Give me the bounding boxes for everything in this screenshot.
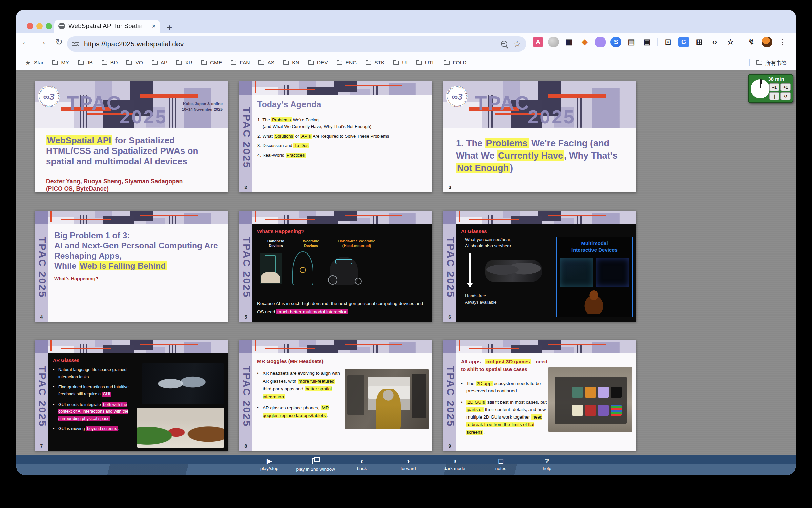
bookmark-folder-ap[interactable]: AP (152, 60, 168, 66)
timer-minus-button[interactable]: −1 (769, 83, 779, 91)
folder-icon (756, 61, 762, 65)
slide-title: Today's Agenda (257, 100, 321, 109)
sider-ext-icon[interactable]: S (610, 37, 621, 47)
bullet-item: •Fine-grained interactions and intuitive… (53, 384, 138, 398)
slide-overview-page: TPAC 2025 Kobe, Japan & online10–14 Nove… (16, 70, 796, 455)
tab-favicon-globe-icon (58, 23, 65, 29)
back-button[interactable]: ← (19, 37, 33, 47)
device-label-handheld: Handheld Devices (261, 239, 291, 248)
notes-button[interactable]: ▤ notes (480, 455, 521, 475)
slide-5[interactable]: TPAC 2025 5 What's Happening? Handheld D… (239, 211, 432, 322)
ghost-ext-icon[interactable] (595, 37, 606, 47)
bookmark-folder-as[interactable]: AS (258, 60, 274, 66)
bookmark-folder-bd[interactable]: BD (102, 60, 118, 66)
slide-6[interactable]: TPAC 2025 6 AI Glasses What you can see/… (443, 211, 636, 322)
slide-sidebar: TPAC 2025 7 (35, 353, 48, 451)
code-ext-icon[interactable]: ‹› (709, 37, 720, 47)
battery-saver-icon[interactable]: ↯ (746, 37, 757, 47)
page-number: 6 (443, 314, 456, 320)
bookmark-folder-stk[interactable]: STK (366, 60, 384, 66)
slide-9[interactable]: TPAC 2025 9 All apps - not just 3D games… (443, 340, 636, 451)
timer-reset-button[interactable]: ↺ (780, 92, 791, 100)
bookmark-folder-fold[interactable]: FOLD (444, 60, 466, 66)
timer-pause-button[interactable]: ∥ (769, 92, 779, 100)
close-window-button[interactable] (27, 23, 33, 29)
folder-icon (152, 61, 158, 65)
address-bar[interactable]: https://tpac2025.webspatial.dev ☆ (67, 36, 526, 52)
zoom-window-button[interactable] (46, 23, 52, 29)
agenda-item: 1. The Problems We're Facing (and What W… (257, 117, 389, 129)
spatial-music-app-photo (548, 367, 632, 432)
bookmark-folder-dev[interactable]: DEV (308, 60, 328, 66)
help-button[interactable]: ? help (527, 455, 567, 475)
folder-icon (102, 61, 107, 65)
translate-pink-ext-icon[interactable]: A (533, 37, 543, 47)
site-settings-icon[interactable] (72, 42, 79, 46)
dark-mode-button[interactable]: ◑ dark mode (434, 455, 475, 475)
w3c-logo: WORLD WIDE WEB CONSORTIUM · WORLD WIDE W… (38, 85, 60, 108)
bookmark-folder-utl[interactable]: UTL (416, 60, 435, 66)
header-illustration (239, 81, 432, 95)
star-sparkle-icon[interactable]: ☆ (725, 37, 736, 47)
page-number: 2 (239, 185, 252, 190)
table-ext-icon[interactable]: ⊞ (694, 37, 705, 47)
bookmark-folder-vo[interactable]: VO (126, 60, 143, 66)
url-text[interactable]: https://tpac2025.webspatial.dev (84, 40, 184, 48)
slide-4[interactable]: TPAC 2025 4 Big Problem 1 of 3: AI and N… (35, 211, 228, 322)
bookmark-folder-kn[interactable]: KN (283, 60, 299, 66)
slide-2[interactable]: TPAC 2025 2 Today's Agenda 1. The Proble… (239, 81, 432, 192)
slide-8[interactable]: TPAC 2025 8 MR Goggles (MR Headsets) •XR… (239, 340, 432, 451)
forward-slide-button[interactable]: › forward (388, 455, 429, 475)
bookmark-folder-gme[interactable]: GME (201, 60, 222, 66)
bullet-item: •AR glasses replace phones, MR goggles r… (257, 404, 342, 420)
timer-plus-button[interactable]: +1 (780, 83, 791, 91)
notebook-ext-icon[interactable]: ▤ (626, 37, 637, 47)
metamask-fox-icon[interactable]: ◆ (579, 37, 590, 47)
bookmark-folder-jb[interactable]: JB (78, 60, 93, 66)
slide-sidebar: TPAC 2025 8 (239, 353, 252, 451)
page-number: 8 (239, 443, 252, 449)
tab-close-icon[interactable]: × (152, 22, 156, 30)
capsule-ext-icon[interactable] (548, 37, 559, 47)
bookmark-star-icon[interactable]: ☆ (514, 40, 521, 48)
folder-icon (393, 61, 399, 65)
browser-menu-icon[interactable]: ⋮ (777, 37, 788, 47)
bookmark-folder-my[interactable]: MY (52, 60, 69, 66)
bookmark-folder-xr[interactable]: XR (176, 60, 192, 66)
zoom-out-icon[interactable] (501, 41, 507, 47)
screenshot-ext-icon[interactable]: ⊡ (663, 37, 673, 47)
minimize-window-button[interactable] (36, 23, 43, 29)
back-slide-button[interactable]: ‹ back (341, 455, 382, 475)
google-translate-icon[interactable]: G (678, 37, 689, 47)
play-second-window-button[interactable]: play in 2nd window (295, 455, 336, 475)
slide-7[interactable]: TPAC 2025 7 AR Glasses •Natural language… (35, 340, 228, 451)
multimodal-devices-box: MultimodalInteractive Devices (556, 237, 633, 317)
page-number: 5 (239, 314, 252, 320)
bookmark-folder-eng[interactable]: ENG (337, 60, 357, 66)
all-bookmarks-button[interactable]: 所有书签 (756, 59, 787, 67)
ar-glasses-render-photo (142, 363, 224, 404)
active-tab[interactable]: WebSpatial API for Spatialized × (54, 20, 160, 33)
agenda-item: 4. Real-World Practices (257, 153, 389, 158)
forward-button[interactable]: → (35, 37, 49, 47)
second-window-icon (312, 458, 319, 464)
slide-title: AR Glasses (53, 358, 79, 363)
trash-ext-icon[interactable]: ▥ (564, 37, 575, 47)
play-stop-button[interactable]: ▶ play/stop (249, 455, 290, 475)
header-illustration (239, 211, 432, 224)
slide-3[interactable]: TPAC 2025 WORLD WIDE WEB CONSORTIUM · WO… (443, 81, 636, 192)
slide-1[interactable]: TPAC 2025 Kobe, Japan & online10–14 Nove… (35, 81, 228, 192)
bookmark-folder-fan[interactable]: FAN (231, 60, 250, 66)
bookmark-item-star[interactable]: ★ Star (25, 59, 43, 67)
folder-icon (52, 61, 58, 65)
header-illustration (35, 340, 228, 353)
new-tab-button[interactable]: + (167, 22, 172, 33)
reload-button[interactable]: ↻ (52, 37, 66, 47)
bookmark-folder-ui[interactable]: UI (393, 60, 408, 66)
clipboard-ext-icon[interactable]: ▣ (642, 37, 652, 47)
folder-icon (231, 61, 236, 65)
wearable-device-illustration (292, 251, 313, 285)
body-tracking-image (578, 287, 610, 314)
folder-icon (283, 61, 289, 65)
profile-avatar[interactable] (762, 37, 772, 47)
